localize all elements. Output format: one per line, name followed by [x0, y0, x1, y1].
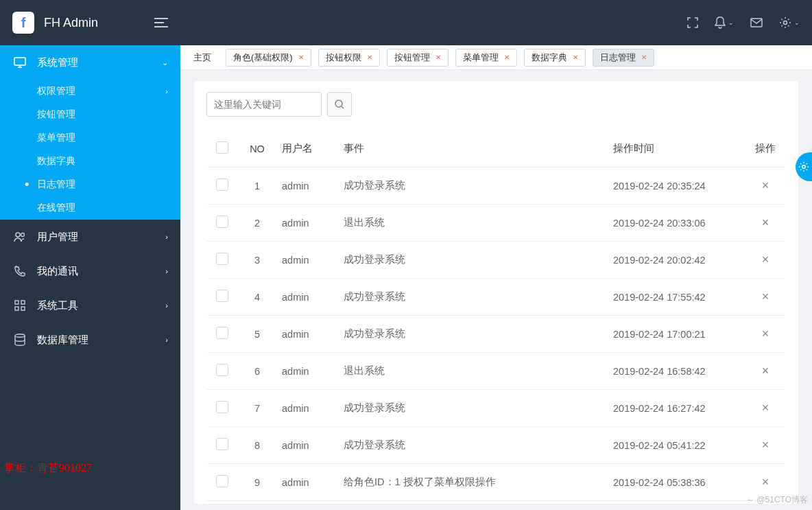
cell-time: 2019-02-24 16:27:42 — [608, 390, 745, 427]
submenu-item-button-mgmt[interactable]: 按钮管理 — [0, 103, 180, 126]
svg-rect-5 — [15, 307, 19, 310]
cell-time: 2019-02-24 05:38:36 — [608, 464, 745, 501]
content-card: NO 用户名 事件 操作时间 操作 1admin成功登录系统2019-02-24… — [194, 81, 798, 504]
sidebar-item-users[interactable]: 用户管理 › — [0, 220, 180, 254]
table-row: 1admin成功登录系统2019-02-24 20:35:24× — [206, 167, 786, 205]
delete-button[interactable]: × — [762, 253, 769, 266]
table-row: 6admin退出系统2019-02-24 16:58:42× — [206, 353, 786, 390]
tab[interactable]: 数据字典✕ — [524, 49, 586, 67]
mail-icon[interactable] — [750, 18, 763, 27]
col-action: 操作 — [745, 130, 786, 167]
cell-no: 9 — [238, 464, 276, 501]
table-row: 9admin给角色ID：1 授权了菜单权限操作2019-02-24 05:38:… — [206, 464, 786, 501]
row-checkbox[interactable] — [216, 290, 228, 302]
chevron-right-icon: › — [165, 87, 168, 95]
sidebar-item-contacts[interactable]: 我的通讯 › — [0, 254, 180, 288]
col-user: 用户名 — [276, 130, 338, 167]
row-checkbox[interactable] — [216, 253, 228, 265]
sidebar-item-system[interactable]: 系统管理 ⌄ — [0, 45, 180, 80]
svg-rect-0 — [14, 58, 25, 65]
col-event: 事件 — [338, 130, 608, 167]
chevron-down-icon: ⌄ — [794, 19, 800, 26]
row-checkbox[interactable] — [216, 401, 228, 413]
svg-point-9 — [784, 21, 787, 25]
row-checkbox[interactable] — [216, 178, 228, 191]
submenu-item-data-dict[interactable]: 数据字典 — [0, 150, 180, 173]
cell-user: admin — [276, 316, 338, 353]
fullscreen-icon[interactable] — [687, 17, 698, 28]
row-checkbox[interactable] — [216, 216, 228, 228]
cell-user: admin — [276, 242, 338, 279]
chevron-right-icon: › — [165, 301, 168, 310]
delete-button[interactable]: × — [762, 364, 769, 378]
tab[interactable]: 菜单管理✕ — [455, 49, 517, 67]
cell-time: 2019-02-24 17:00:21 — [608, 316, 745, 353]
delete-button[interactable]: × — [762, 290, 769, 303]
submenu-label: 按钮管理 — [37, 108, 75, 121]
sidebar-item-label: 数据库管理 — [37, 334, 88, 347]
settings-icon[interactable]: ⌄ — [779, 16, 800, 29]
tab-label: 按钮权限 — [326, 51, 361, 64]
row-checkbox[interactable] — [216, 364, 228, 376]
cell-event: 退出系统 — [338, 205, 608, 242]
cell-event: 退出系统 — [338, 353, 608, 390]
cell-event: 成功登录系统 — [338, 390, 608, 427]
gear-icon — [798, 161, 809, 172]
close-icon[interactable]: ✕ — [298, 54, 304, 61]
cell-event: 成功登录系统 — [338, 316, 608, 353]
search-input[interactable] — [206, 92, 322, 117]
delete-button[interactable]: × — [762, 216, 769, 229]
submenu-item-online-mgmt[interactable]: 在线管理 — [0, 196, 180, 220]
table-row: 5admin成功登录系统2019-02-24 17:00:21× — [206, 316, 786, 353]
cell-event: 成功登录系统 — [338, 427, 608, 464]
monitor-icon — [12, 57, 27, 68]
cell-event: 成功登录系统 — [338, 242, 608, 279]
notifications-icon[interactable]: ⌄ — [715, 16, 734, 29]
svg-rect-3 — [15, 301, 19, 304]
search-button[interactable] — [327, 92, 352, 117]
sidebar-item-label: 用户管理 — [37, 231, 78, 244]
cell-event: 成功登录系统 — [338, 279, 608, 316]
tab[interactable]: 角色(基础权限)✕ — [226, 49, 311, 67]
row-checkbox[interactable] — [216, 475, 228, 487]
cell-no: 8 — [238, 427, 276, 464]
close-icon[interactable]: ✕ — [504, 54, 510, 61]
tab[interactable]: 日志管理✕ — [593, 49, 654, 67]
tab[interactable]: 主页 — [186, 49, 219, 67]
submenu-item-menu-mgmt[interactable]: 菜单管理 — [0, 126, 180, 150]
topbar: ⌄ ⌄ — [180, 0, 812, 45]
delete-button[interactable]: × — [762, 178, 769, 192]
sidebar-item-database[interactable]: 数据库管理 › — [0, 323, 180, 357]
cell-no: 1 — [238, 167, 276, 205]
row-checkbox[interactable] — [216, 327, 228, 339]
cell-time: 2019-02-24 16:58:42 — [608, 353, 745, 390]
delete-button[interactable]: × — [762, 438, 769, 452]
table-row: 4admin成功登录系统2019-02-24 17:55:42× — [206, 279, 786, 316]
grid-icon — [12, 300, 27, 311]
submenu-item-log-mgmt[interactable]: 日志管理 — [0, 173, 180, 196]
tab-label: 数据字典 — [532, 51, 567, 64]
close-icon[interactable]: ✕ — [367, 54, 372, 61]
select-all-checkbox[interactable] — [216, 141, 228, 154]
users-icon — [12, 231, 27, 242]
submenu-item-permissions[interactable]: 权限管理 › — [0, 80, 180, 103]
close-icon[interactable]: ✕ — [435, 54, 441, 61]
close-icon[interactable]: ✕ — [573, 54, 578, 61]
delete-button[interactable]: × — [762, 475, 769, 489]
delete-button[interactable]: × — [762, 327, 769, 340]
delete-button[interactable]: × — [762, 401, 769, 415]
tab[interactable]: 按钮管理✕ — [387, 49, 449, 67]
row-checkbox[interactable] — [216, 438, 228, 450]
sidebar-toggle-icon[interactable] — [154, 18, 168, 27]
cell-user: admin — [276, 205, 338, 242]
cell-event: 成功登录系统 — [338, 167, 608, 205]
svg-point-10 — [335, 100, 342, 107]
tab[interactable]: 按钮权限✕ — [318, 49, 380, 67]
close-icon[interactable]: ✕ — [641, 54, 647, 61]
sidebar-item-tools[interactable]: 系统工具 › — [0, 288, 180, 323]
chevron-down-icon: ⌄ — [162, 58, 168, 67]
col-time: 操作时间 — [608, 130, 745, 167]
table-row: 3admin成功登录系统2019-02-24 20:02:42× — [206, 242, 786, 279]
sidebar-item-label: 系统管理 — [37, 56, 78, 69]
cell-user: admin — [276, 353, 338, 390]
